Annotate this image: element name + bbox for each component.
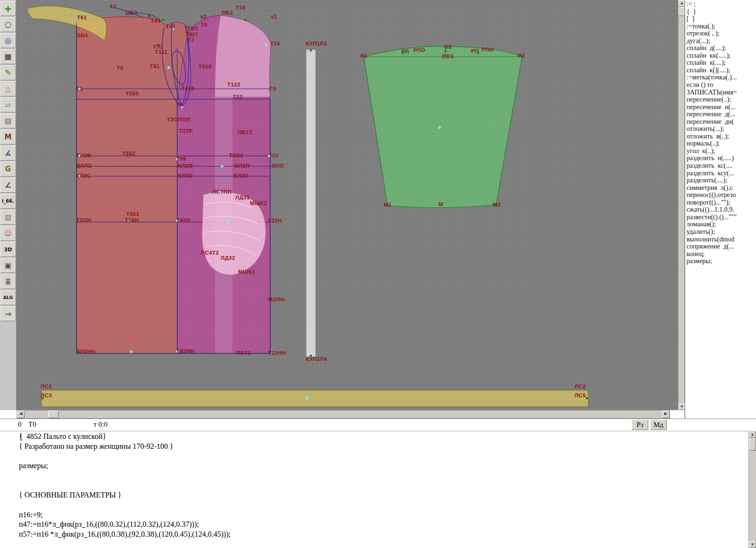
horizontal-scroll-thumb[interactable] bbox=[48, 411, 59, 418]
command-item[interactable]: :=метка(точка(.)... bbox=[687, 74, 756, 81]
alg-icon[interactable]: ALG bbox=[0, 290, 16, 305]
model-photo-icon[interactable]: ☺ bbox=[0, 226, 16, 241]
canvas-vertical-scrollbar[interactable]: ▲ ▼ bbox=[678, 0, 685, 410]
scroll-up-icon[interactable]: ▲ bbox=[679, 0, 685, 7]
point-marker-cyan[interactable] bbox=[130, 351, 133, 353]
point-marker-green[interactable] bbox=[162, 19, 164, 21]
command-item[interactable]: пересечение н(... bbox=[687, 103, 756, 111]
editor-scrollbar[interactable]: ▲ ▼ bbox=[748, 431, 756, 548]
command-item[interactable]: угол к(..); bbox=[687, 147, 756, 155]
protractor-icon[interactable]: ∠ bbox=[0, 178, 16, 193]
command-item[interactable]: симметрия л().с bbox=[687, 184, 756, 192]
command-item[interactable]: := ; bbox=[687, 0, 756, 8]
grid-icon[interactable]: ▦ bbox=[0, 49, 16, 64]
point-marker-cyan[interactable] bbox=[265, 44, 267, 46]
point-marker-cyan[interactable] bbox=[438, 127, 441, 129]
point-marker-cyan[interactable] bbox=[306, 397, 309, 400]
drawing-canvas[interactable]: Т3 ОБ3 Т61 х Т44 х2 ОБ1 Т16 х1 Т41 Т6 bbox=[17, 0, 678, 410]
command-item[interactable]: разделить(....); bbox=[687, 177, 756, 184]
compass-icon[interactable]: ∡ bbox=[0, 146, 16, 161]
command-item[interactable]: сплайн к(....); bbox=[687, 59, 756, 67]
command-item[interactable]: сжать(()...1.1.0.9. bbox=[687, 206, 756, 214]
command-item[interactable]: перенос(().отрезо bbox=[687, 191, 756, 199]
ruler-icon[interactable]: △ bbox=[0, 81, 16, 96]
command-item[interactable]: выполнить(dmod bbox=[687, 236, 756, 243]
command-item[interactable]: разделить ксу(... bbox=[687, 170, 756, 177]
command-item[interactable]: дуга(...); bbox=[687, 37, 756, 45]
command-item[interactable]: сплайн кк(.....); bbox=[687, 52, 756, 60]
code-line[interactable]: п16:=9; bbox=[19, 511, 747, 521]
code-line[interactable] bbox=[19, 481, 747, 491]
command-item[interactable]: отложить(...); bbox=[687, 125, 756, 133]
scroll-left-icon[interactable]: ◀ bbox=[17, 411, 25, 418]
code-line[interactable] bbox=[19, 471, 747, 481]
command-item[interactable]: конец; bbox=[687, 250, 756, 258]
code-line[interactable]: п57:=п16 *л_фнк(рз_16,((80,0.38),(92,0.3… bbox=[19, 530, 747, 540]
point-marker-cyan[interactable] bbox=[227, 221, 230, 223]
i66-label[interactable]: i_66. bbox=[0, 194, 16, 209]
command-item[interactable]: разделить кс(.... bbox=[687, 162, 756, 170]
editor-scroll-thumb[interactable] bbox=[749, 438, 756, 451]
sheet-icon[interactable]: ▱ bbox=[0, 97, 16, 112]
command-item[interactable]: сопряжение д(... bbox=[687, 243, 756, 250]
command-item[interactable]: размеры; bbox=[687, 257, 756, 265]
canvas-horizontal-scrollbar[interactable]: ◀ ▶ bbox=[17, 410, 670, 419]
pencil-icon[interactable]: ✎ bbox=[0, 65, 16, 80]
vertical-scroll-thumb[interactable] bbox=[679, 7, 685, 16]
command-item[interactable]: разделить н(.....) bbox=[687, 154, 756, 162]
command-item[interactable]: отрезок( , ); bbox=[687, 30, 756, 37]
code-editor[interactable]: { 4852 Пальто с кулиской} { Разработано … bbox=[0, 431, 756, 548]
point-marker-cyan[interactable] bbox=[221, 165, 223, 168]
code-line[interactable] bbox=[19, 452, 747, 462]
scroll-right-icon[interactable]: ▶ bbox=[662, 411, 670, 418]
run-icon[interactable]: → bbox=[0, 306, 16, 321]
command-item[interactable]: нормаль(..); bbox=[687, 140, 756, 147]
command-item[interactable]: поворот(()...""); bbox=[687, 199, 756, 206]
code-line[interactable]: п47:=п16*л_фнк(рз_16,((80,0.32),(112,0.3… bbox=[19, 520, 747, 530]
command-item[interactable]: сплайн к[](....); bbox=[687, 67, 756, 74]
md-button[interactable]: Мд bbox=[650, 420, 667, 430]
printer-icon[interactable]: ≣ bbox=[0, 274, 16, 289]
editor-scroll-down-icon[interactable]: ▼ bbox=[749, 541, 756, 548]
zoom-icon[interactable]: ○ bbox=[0, 17, 16, 32]
status-point-name: Т0 bbox=[28, 420, 36, 428]
command-item[interactable]: отложить в(..); bbox=[687, 133, 756, 140]
notebook-icon[interactable]: ▥ bbox=[0, 210, 16, 225]
point-label: Т99 bbox=[176, 156, 186, 162]
code-line[interactable]: { Разработано на размер женщины 170-92-1… bbox=[19, 442, 747, 452]
m-tool-icon[interactable]: М bbox=[0, 129, 16, 145]
command-item[interactable]: ломаная(); bbox=[687, 221, 756, 228]
command-item[interactable]: пересечение(..); bbox=[687, 96, 756, 103]
code-line[interactable]: { ОСНОВНЫЕ ПАРАМЕТРЫ } bbox=[19, 491, 747, 501]
code-line[interactable]: размеры; bbox=[19, 462, 747, 471]
add-icon[interactable]: + bbox=[0, 1, 16, 16]
point-marker-green[interactable] bbox=[310, 50, 312, 51]
command-item[interactable]: развести(().()...""" bbox=[687, 214, 756, 221]
scroll-down-icon[interactable]: ▼ bbox=[679, 403, 685, 410]
zoom-fit-icon[interactable]: ◎ bbox=[0, 33, 16, 48]
point-marker-green[interactable] bbox=[586, 397, 588, 399]
status-cursor-position: т 0:0 bbox=[94, 420, 107, 428]
command-item[interactable]: пересечение д(... bbox=[687, 111, 756, 118]
code-line[interactable]: { 4852 Пальто с кулиской} bbox=[19, 432, 747, 442]
command-item[interactable]: { } bbox=[687, 8, 756, 16]
rz-button[interactable]: Рз bbox=[632, 420, 648, 430]
command-item[interactable]: :=точка(.); bbox=[687, 23, 756, 30]
command-item[interactable]: [ ] bbox=[687, 15, 756, 23]
point-label: МОЛН bbox=[268, 297, 285, 302]
machine-icon[interactable]: ▣ bbox=[0, 258, 16, 273]
command-item[interactable]: ЗАПИСАТЬ(имя= bbox=[687, 89, 756, 96]
calc-icon[interactable]: ▤ bbox=[0, 113, 16, 128]
command-item[interactable]: удалить(); bbox=[687, 228, 756, 236]
code-line[interactable] bbox=[19, 501, 747, 511]
command-item[interactable]: сплайн д(....); bbox=[687, 44, 756, 52]
point-marker-green[interactable] bbox=[245, 19, 247, 21]
point-label: Т1 bbox=[76, 86, 83, 92]
point-marker-cyan[interactable] bbox=[168, 67, 170, 69]
command-item[interactable]: если () то bbox=[687, 81, 756, 89]
editor-scroll-up-icon[interactable]: ▲ bbox=[749, 431, 756, 438]
g-tool-icon[interactable]: G bbox=[0, 162, 16, 177]
point-marker-green[interactable] bbox=[445, 50, 447, 52]
command-item[interactable]: пересечение дн( bbox=[687, 118, 756, 126]
view-3d-icon[interactable]: 3D bbox=[0, 242, 16, 257]
